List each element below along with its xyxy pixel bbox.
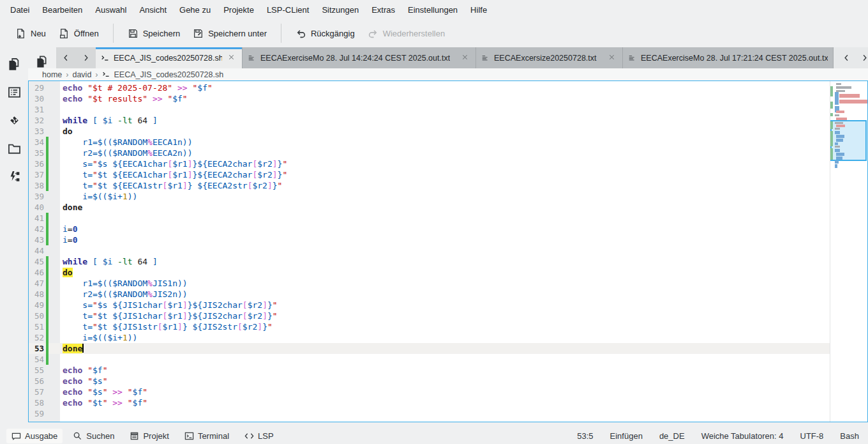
tab-1[interactable]: EECA_JIS_codes20250728.sh (96, 47, 243, 68)
save-button[interactable]: Speichern (121, 24, 187, 43)
minimap-scrollbar[interactable] (830, 81, 867, 422)
tabs-scroll-left-button[interactable] (839, 50, 854, 66)
outline-icon (8, 86, 21, 99)
code-line-31[interactable]: 31 (29, 104, 830, 115)
code-text: r1=$(($RANDOM%JIS1n)) (49, 278, 188, 289)
breadcrumb-segment[interactable]: david (72, 70, 91, 79)
code-line-45[interactable]: 45while [ $i -lt 64 ] (29, 256, 830, 267)
code-line-40[interactable]: 40done (29, 202, 830, 213)
textfile-icon (628, 54, 637, 63)
minimap-mark (839, 94, 860, 98)
breadcrumb-segment[interactable]: home (42, 70, 62, 79)
code-line-48[interactable]: 48 r2=$(($RANDOM%JIS2n)) (29, 289, 830, 300)
tab-4[interactable]: EECAExerciseMo 28. Jul 17:21:24 CEST 202… (623, 47, 834, 68)
breadcrumb-file[interactable]: EECA_JIS_codes20250728.sh (114, 70, 224, 79)
encoding[interactable]: UTF-8 (800, 431, 824, 441)
menu-bar: DateiBearbeitenAuswahlAnsichtGehe zuProj… (0, 0, 868, 19)
line-number: 52 (29, 332, 44, 343)
code-area[interactable]: 29echo "$t # 2025-07-28" >> "$f"30echo "… (29, 81, 830, 422)
code-line-46[interactable]: 46do (29, 267, 830, 278)
new-button[interactable]: Neu (9, 24, 52, 43)
save-as-button[interactable]: Speichern unter (186, 24, 273, 43)
tab-close-button[interactable] (226, 53, 237, 63)
code-line-41[interactable]: 41 (29, 213, 830, 224)
undo-button[interactable]: Rückgängig (289, 24, 361, 43)
menu-datei[interactable]: Datei (4, 2, 36, 18)
code-line-50[interactable]: 50 t="$t ${JIS1char[$r1]}${JIS2char[$r2]… (29, 310, 830, 321)
code-text: r2=$(($RANDOM%EECA2n)) (49, 148, 193, 158)
line-number: 44 (29, 245, 44, 256)
lsp-panel-button[interactable]: LSP (239, 429, 279, 443)
insert-mode[interactable]: Einfügen (610, 431, 643, 441)
line-number: 31 (29, 104, 44, 115)
git-panel-button[interactable] (1, 106, 27, 134)
tabs-scroll-right-button[interactable] (857, 50, 868, 66)
tab-2[interactable]: EECAExerciseMo 28. Jul 14:24:24 CEST 202… (243, 47, 476, 68)
menu-einstellungen[interactable]: Einstellungen (401, 2, 464, 18)
history-back-button[interactable] (56, 47, 76, 68)
lsp-symbols-panel-button[interactable] (1, 162, 27, 190)
statusbar-panels: AusgabeSuchenProjektTerminalLSP (6, 429, 279, 443)
code-line-47[interactable]: 47 r1=$(($RANDOM%JIS1n)) (29, 278, 830, 289)
tab-close-button[interactable] (460, 53, 470, 63)
search-panel-button[interactable]: Suchen (68, 429, 119, 443)
code-line-43[interactable]: 43i=0 (29, 234, 830, 245)
symbols-panel-button[interactable] (1, 78, 27, 106)
code-line-56[interactable]: 56echo "$s" (29, 376, 830, 387)
main-toolbar: NeuÖffnenSpeichernSpeichern unterRückgän… (0, 19, 868, 47)
menu-extras[interactable]: Extras (365, 2, 401, 18)
code-line-29[interactable]: 29echo "$t # 2025-07-28" >> "$f" (29, 82, 830, 93)
code-line-51[interactable]: 51 t="$t ${JIS1str[$r1]} ${JIS2str[$r2]}… (29, 321, 830, 332)
code-line-38[interactable]: 38 t="$t ${EECA1str[$r1]} ${EECA2str[$r2… (29, 180, 830, 191)
menu-gehezu[interactable]: Gehe zu (173, 2, 217, 18)
code-line-49[interactable]: 49 s="$s ${JIS1char[$r1]}${JIS2char[$r2]… (29, 300, 830, 310)
code-line-53[interactable]: 53done (29, 343, 830, 354)
code-line-36[interactable]: 36 s="$s ${EECA1char[$r1]}${EECA2char[$r… (29, 158, 830, 169)
code-line-39[interactable]: 39 i=$(($i+1)) (29, 191, 830, 202)
code-line-33[interactable]: 33do (29, 126, 830, 137)
menu-ansicht[interactable]: Ansicht (133, 2, 173, 18)
minimap-mark (836, 111, 844, 113)
menu-hilfe[interactable]: Hilfe (464, 2, 493, 18)
code-text: do (49, 267, 73, 278)
redo-icon (368, 28, 378, 39)
menu-projekte[interactable]: Projekte (217, 2, 260, 18)
terminal-panel-button[interactable]: Terminal (179, 429, 234, 443)
output-panel-button[interactable]: Ausgabe (6, 429, 63, 443)
dictionary[interactable]: de_DE (659, 431, 685, 441)
open-button[interactable]: Öffnen (52, 24, 105, 43)
code-line-44[interactable]: 44 (29, 245, 830, 256)
history-forward-button[interactable] (76, 47, 96, 68)
menu-sitzungen[interactable]: Sitzungen (315, 2, 365, 18)
minimap-mark (835, 92, 839, 105)
code-text: echo "$s" >> "$f" (49, 387, 147, 397)
tab-close-button[interactable] (606, 53, 617, 63)
code-line-52[interactable]: 52 i=$(($i+1)) (29, 332, 830, 343)
lsp-tree-icon (8, 170, 21, 183)
project-panel-button[interactable]: Projekt (124, 429, 174, 443)
code-line-42[interactable]: 42i=0 (29, 224, 830, 234)
code-line-55[interactable]: 55echo "$f" (29, 365, 830, 376)
textfile-icon (248, 54, 257, 63)
code-line-59[interactable]: 59 (29, 408, 830, 419)
code-line-35[interactable]: 35 r2=$(($RANDOM%EECA2n)) (29, 148, 830, 158)
line-number: 40 (29, 202, 44, 213)
code-line-57[interactable]: 57echo "$s" >> "$f" (29, 387, 830, 397)
code-line-58[interactable]: 58echo "$t" >> "$f" (29, 397, 830, 408)
textfile-icon (481, 54, 490, 63)
menu-bearbeiten[interactable]: Bearbeiten (36, 2, 89, 18)
code-line-54[interactable]: 54 (29, 354, 830, 365)
filesystem-panel-button[interactable] (1, 134, 27, 162)
menu-lspclient[interactable]: LSP-CLient (260, 2, 315, 18)
tab-3[interactable]: EECAExcersize20250728.txt (476, 47, 623, 68)
syntax-mode[interactable]: Bash (840, 431, 859, 441)
code-line-30[interactable]: 30echo "$t results" >> "$f" (29, 93, 830, 104)
line-number: 54 (29, 354, 44, 365)
code-line-34[interactable]: 34 r1=$(($RANDOM%EECA1n)) (29, 137, 830, 148)
documents-panel-button[interactable] (1, 50, 27, 78)
menu-auswahl[interactable]: Auswahl (89, 2, 133, 18)
tab-mode[interactable]: Weiche Tabulatoren: 4 (701, 431, 784, 441)
code-line-37[interactable]: 37 t="$t ${EECA1char[$r1]}${EECA2char[$r… (29, 169, 830, 180)
code-line-32[interactable]: 32while [ $i -lt 64 ] (29, 115, 830, 126)
cursor-position[interactable]: 53:5 (577, 431, 593, 441)
